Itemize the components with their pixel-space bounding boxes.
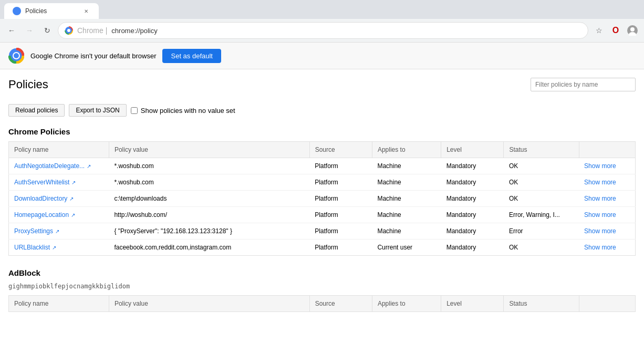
policy-name-link[interactable]: AuthNegotiateDelegate... ↗ <box>14 162 103 170</box>
svg-point-7 <box>14 53 19 58</box>
policy-action-cell[interactable]: Show more <box>579 240 635 256</box>
policy-source-cell: Platform <box>309 158 372 174</box>
policy-name-cell: HomepageLocation ↗ <box>9 207 109 223</box>
forward-button[interactable]: → <box>22 23 37 38</box>
external-link-icon: ↗ <box>87 163 91 169</box>
adblock-col-status: Status <box>504 296 579 312</box>
policy-name-text: HomepageLocation <box>14 211 69 219</box>
policy-value-cell: http://woshub.com/ <box>109 207 309 223</box>
active-tab[interactable]: Policies ✕ <box>4 3 99 19</box>
show-more-link[interactable]: Show more <box>584 195 616 202</box>
show-more-link[interactable]: Show more <box>584 162 616 170</box>
policy-value-cell: c:\temp\downloads <box>109 191 309 207</box>
svg-point-3 <box>630 27 635 32</box>
policy-name-link[interactable]: URLBlacklist ↗ <box>14 244 103 251</box>
policy-action-cell[interactable]: Show more <box>579 174 635 191</box>
export-json-button[interactable]: Export to JSON <box>69 104 126 117</box>
policy-action-cell[interactable]: Show more <box>579 191 635 207</box>
profile-svg <box>627 25 638 36</box>
tab-title: Policies <box>25 7 78 15</box>
policy-source-cell: Platform <box>309 223 372 240</box>
policy-action-cell[interactable]: Show more <box>579 158 635 174</box>
policy-action-cell[interactable]: Show more <box>579 223 635 240</box>
policy-source-cell: Platform <box>309 240 372 256</box>
adblock-header: AdBlock <box>8 268 636 277</box>
policy-name-text: DownloadDirectory <box>14 195 67 202</box>
policy-action-cell[interactable]: Show more <box>579 207 635 223</box>
table-header-row: Policy name Policy value Source Applies … <box>9 142 636 158</box>
table-row: HomepageLocation ↗ http://woshub.com/ Pl… <box>9 207 636 223</box>
policy-level-cell: Mandatory <box>441 207 504 223</box>
policy-name-cell: ProxySettings ↗ <box>9 223 109 240</box>
show-more-link[interactable]: Show more <box>584 244 616 251</box>
policy-level-cell: Mandatory <box>441 223 504 240</box>
policy-level-cell: Mandatory <box>441 240 504 256</box>
adblock-extension-id: gighmmpiobklfepjocnamgkkbiglidom <box>8 283 636 290</box>
svg-point-1 <box>67 29 70 32</box>
show-more-link[interactable]: Show more <box>584 211 616 219</box>
address-bar-url: chrome://policy <box>111 27 581 35</box>
set-default-button[interactable]: Set as default <box>162 49 221 63</box>
adblock-header-row: Policy name Policy value Source Applies … <box>9 296 636 312</box>
external-link-icon: ↗ <box>69 196 74 202</box>
tab-favicon <box>13 7 21 15</box>
browser-toolbar: ← → ↻ Chrome | chrome://policy ☆ O <box>0 19 644 43</box>
policy-level-cell: Mandatory <box>441 158 504 174</box>
external-link-icon: ↗ <box>52 245 56 251</box>
policy-status-cell: OK <box>504 174 579 191</box>
external-link-icon: ↗ <box>55 228 59 234</box>
policy-source-cell: Platform <box>309 191 372 207</box>
policy-applies-cell: Machine <box>372 158 441 174</box>
col-header-applies: Applies to <box>372 142 441 158</box>
address-bar-divider: Chrome | <box>77 26 107 35</box>
policy-applies-cell: Current user <box>372 240 441 256</box>
policy-name-cell: DownloadDirectory ↗ <box>9 191 109 207</box>
policy-applies-cell: Machine <box>372 223 441 240</box>
back-button[interactable]: ← <box>4 23 19 38</box>
policy-value-cell: *.woshub.com <box>109 174 309 191</box>
col-header-name: Policy name <box>9 142 109 158</box>
policy-applies-cell: Machine <box>372 207 441 223</box>
reload-policies-button[interactable]: Reload policies <box>8 104 65 117</box>
profile-icon[interactable] <box>625 23 640 38</box>
col-header-status: Status <box>504 142 579 158</box>
chrome-policies-table: Policy name Policy value Source Applies … <box>8 141 636 256</box>
policy-value-cell: *.woshub.com <box>109 158 309 174</box>
chrome-policies-header: Chrome Policies <box>8 127 636 136</box>
show-no-value-label[interactable]: Show policies with no value set <box>131 107 235 115</box>
table-row: URLBlacklist ↗ faceebook.com,reddit.com,… <box>9 240 636 256</box>
show-no-value-text: Show policies with no value set <box>141 107 235 115</box>
show-no-value-checkbox[interactable] <box>131 107 138 114</box>
policy-status-cell: Error <box>504 223 579 240</box>
toolbar-row: Reload policies Export to JSON Show poli… <box>8 104 636 117</box>
policy-status-cell: OK <box>504 240 579 256</box>
adblock-col-level: Level <box>441 296 504 312</box>
reload-button[interactable]: ↻ <box>40 23 55 38</box>
policy-value-cell: faceebook.com,reddit.com,instagram.com <box>109 240 309 256</box>
policy-level-cell: Mandatory <box>441 191 504 207</box>
policy-source-cell: Platform <box>309 174 372 191</box>
toolbar-icons: ☆ O <box>591 23 640 38</box>
policy-name-link[interactable]: HomepageLocation ↗ <box>14 211 103 219</box>
address-bar-favicon <box>65 26 73 35</box>
adblock-policies-table: Policy name Policy value Source Applies … <box>8 295 636 312</box>
adblock-col-applies: Applies to <box>372 296 441 312</box>
policy-name-link[interactable]: ProxySettings ↗ <box>14 227 103 235</box>
show-more-link[interactable]: Show more <box>584 179 616 186</box>
tab-close-button[interactable]: ✕ <box>82 7 90 15</box>
policy-source-cell: Platform <box>309 207 372 223</box>
filter-input[interactable] <box>531 78 636 91</box>
policy-name-text: ProxySettings <box>14 227 53 235</box>
opera-icon[interactable]: O <box>608 23 623 38</box>
col-header-value: Policy value <box>109 142 309 158</box>
policy-name-cell: AuthServerWhitelist ↗ <box>9 174 109 191</box>
page-title: Policies <box>8 78 48 91</box>
policy-name-text: AuthNegotiateDelegate... <box>14 162 85 170</box>
policy-name-link[interactable]: AuthServerWhitelist ↗ <box>14 179 103 186</box>
policy-name-link[interactable]: DownloadDirectory ↗ <box>14 195 103 202</box>
bookmark-icon[interactable]: ☆ <box>591 23 606 38</box>
address-bar[interactable]: Chrome | chrome://policy <box>58 22 588 39</box>
policy-applies-cell: Machine <box>372 191 441 207</box>
show-more-link[interactable]: Show more <box>584 227 616 235</box>
policy-name-cell: AuthNegotiateDelegate... ↗ <box>9 158 109 174</box>
